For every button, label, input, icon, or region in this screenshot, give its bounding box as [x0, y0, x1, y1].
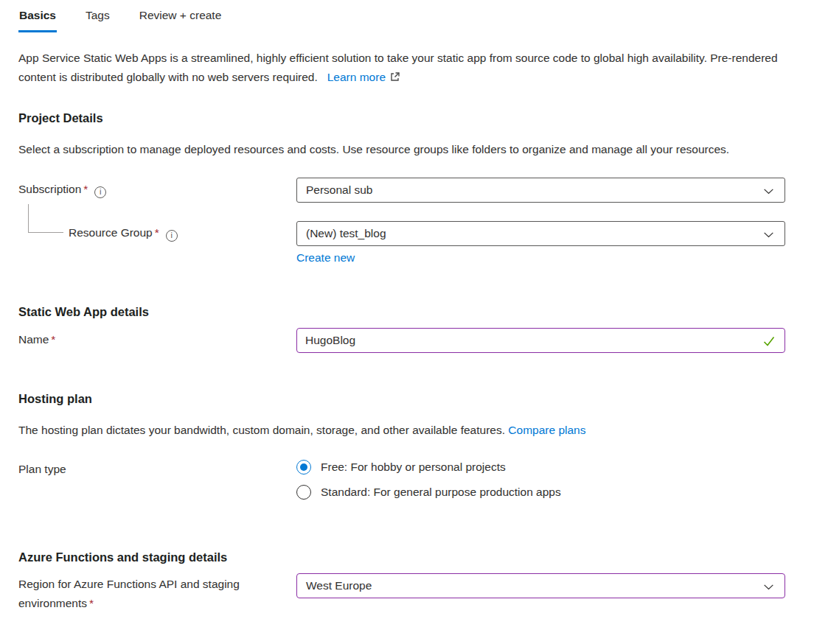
hierarchy-connector-line	[28, 204, 63, 233]
learn-more-link[interactable]: Learn more	[327, 71, 386, 83]
name-input[interactable]	[296, 328, 785, 353]
region-label-text: Region for Azure Functions API and stagi…	[18, 578, 240, 609]
subscription-row: Subscription*i Personal sub	[18, 178, 785, 203]
radio-unselected-icon[interactable]	[296, 485, 311, 500]
resource-group-row: Resource Group*i (New) test_blog Create …	[18, 221, 785, 265]
radio-selected-icon[interactable]	[296, 460, 311, 475]
plan-option-standard-label: Standard: For general purpose production…	[321, 486, 561, 499]
plan-option-standard[interactable]: Standard: For general purpose production…	[296, 485, 785, 500]
required-asterisk: *	[83, 183, 88, 195]
resource-group-dropdown[interactable]: (New) test_blog	[296, 221, 785, 246]
intro-description: App Service Static Web Apps is a streaml…	[18, 49, 789, 88]
hosting-plan-description: The hosting plan dictates your bandwidth…	[18, 421, 789, 440]
resource-group-label-text: Resource Group	[69, 226, 153, 239]
hosting-plan-description-text: The hosting plan dictates your bandwidth…	[18, 424, 505, 436]
static-web-app-details-heading: Static Web App details	[18, 305, 806, 319]
azure-functions-heading: Azure Functions and staging details	[18, 550, 806, 564]
plan-option-free-label: Free: For hobby or personal projects	[321, 461, 506, 474]
info-icon[interactable]: i	[94, 186, 106, 198]
region-label: Region for Azure Functions API and stagi…	[18, 573, 296, 613]
plan-type-row: Plan type Free: For hobby or personal pr…	[18, 460, 785, 500]
region-dropdown[interactable]: West Europe	[296, 573, 785, 598]
wizard-tabs: Basics Tags Review + create	[18, 7, 806, 32]
info-icon[interactable]: i	[166, 230, 178, 242]
required-asterisk: *	[89, 597, 94, 609]
subscription-dropdown[interactable]: Personal sub	[296, 178, 785, 203]
chevron-down-icon	[762, 185, 775, 200]
resource-group-value: (New) test_blog	[306, 227, 386, 240]
region-value: West Europe	[306, 579, 372, 592]
compare-plans-link[interactable]: Compare plans	[508, 424, 585, 436]
required-asterisk: *	[155, 226, 159, 239]
subscription-value: Personal sub	[306, 183, 372, 197]
project-details-heading: Project Details	[18, 111, 806, 125]
hosting-plan-heading: Hosting plan	[18, 392, 806, 406]
create-new-link[interactable]: Create new	[296, 251, 355, 265]
subscription-label: Subscription*i	[18, 178, 296, 203]
chevron-down-icon	[762, 581, 775, 596]
external-link-icon	[389, 72, 400, 85]
required-asterisk: *	[51, 333, 55, 346]
name-label: Name*	[18, 328, 296, 353]
name-row: Name*	[18, 328, 785, 353]
plan-option-free[interactable]: Free: For hobby or personal projects	[296, 460, 785, 475]
tab-basics[interactable]: Basics	[18, 7, 57, 32]
chevron-down-icon	[762, 228, 775, 244]
create-static-web-app-basics-page: Basics Tags Review + create App Service …	[0, 0, 828, 613]
subscription-label-text: Subscription	[18, 183, 81, 195]
name-label-text: Name	[18, 333, 49, 346]
project-details-description: Select a subscription to manage deployed…	[18, 140, 789, 159]
region-row: Region for Azure Functions API and stagi…	[18, 573, 785, 613]
valid-checkmark-icon	[762, 334, 776, 351]
tab-review-create[interactable]: Review + create	[139, 7, 223, 32]
plan-type-label: Plan type	[18, 460, 296, 500]
tab-tags[interactable]: Tags	[85, 7, 111, 32]
